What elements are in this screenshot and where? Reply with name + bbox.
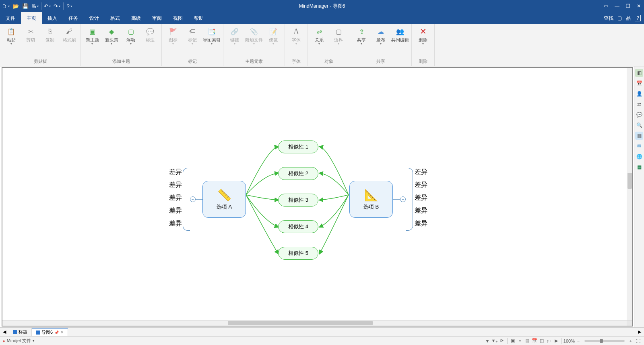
tab-view[interactable]: 视图 [167,12,188,24]
new-doc-icon[interactable]: 🗋▼ [2,2,10,10]
zoom-thumb[interactable] [600,339,603,343]
publish-button[interactable]: ☁发布▼ [372,26,390,46]
tab-insert[interactable]: 插入 [42,12,63,24]
expander-b[interactable]: − [400,196,406,202]
format-painter-button[interactable]: 🖌格式刷 [60,26,78,43]
new-decision-button[interactable]: ◆新决策▼ [103,26,120,46]
view-outline-icon[interactable]: ≡ [516,338,524,344]
cut-button[interactable]: ✂剪切 [22,26,39,43]
node-sim-4[interactable]: 相似性 4 [278,220,318,233]
filter2-icon[interactable]: ▼₊ [491,338,498,344]
pane-web-icon[interactable]: 🌐 [635,153,643,161]
node-option-a[interactable]: 📏 选项 A [202,181,246,218]
doc-tab-1[interactable]: 标题 [9,328,32,336]
diff-a-2[interactable]: 差异 [166,181,182,189]
boundary-button[interactable]: ▢边界▼ [330,26,347,46]
zoom-out-icon[interactable]: − [575,338,582,344]
note-button[interactable]: 📝便笺▼ [264,26,282,46]
tab-file[interactable]: 文件 [0,12,21,24]
pane-search-icon[interactable]: 🔍 [635,121,643,129]
view-tag-icon[interactable]: 🏷 [545,338,553,344]
sitemap-icon[interactable]: 品 [626,15,631,22]
paste-button[interactable]: 📋粘贴▼ [2,26,20,46]
copy-button[interactable]: ⎘复制 [41,26,59,43]
close-tab-icon[interactable]: ✕ [60,330,64,335]
horizontal-scrollbar[interactable] [2,320,627,326]
expander-a[interactable]: − [190,196,196,202]
v-scroll-thumb[interactable] [627,173,632,189]
fit-icon[interactable]: ⛶ [634,338,642,344]
maximize-icon[interactable]: ❐ [624,3,632,9]
search-link[interactable]: 查找 [604,15,613,22]
delete-button[interactable]: ✕删除▼ [414,26,432,46]
pane-mapparts-icon[interactable]: ◧ [635,69,643,77]
tab-design[interactable]: 设计 [84,12,105,24]
coedit-button[interactable]: 👥共同编辑 [391,26,409,43]
view-present-icon[interactable]: ▶ [553,338,560,344]
diff-b-5[interactable]: 差异 [415,219,431,228]
tab-help[interactable]: 帮助 [188,12,209,24]
view-icon-icon[interactable]: ◫ [538,338,545,344]
map-index-button[interactable]: 📑导图索引▼ [203,26,221,46]
tag-button[interactable]: 🏷标记▼ [184,26,201,46]
tab-home[interactable]: 主页 [21,12,42,24]
diff-a-4[interactable]: 差异 [166,207,182,215]
pin-icon[interactable]: 📌 [54,331,59,335]
diff-b-4[interactable]: 差异 [415,207,431,215]
tab-advanced[interactable]: 高级 [126,12,147,24]
mindmap-canvas[interactable]: 📏 选项 A − 📐 选项 B − 相似性 1 相似性 2 相似性 3 相似性 … [2,68,632,326]
view-schedule-icon[interactable]: 📅 [531,338,538,344]
node-sim-2[interactable]: 相似性 2 [278,167,318,180]
pane-format-icon[interactable]: ▦ [635,132,643,140]
tab-task[interactable]: 任务 [63,12,84,24]
pane-user-icon[interactable]: 👤 [635,90,643,98]
pane-related-icon[interactable]: ⇄ [635,100,643,108]
doc-tab-2[interactable]: 导图6📌✕ [32,328,68,336]
node-sim-3[interactable]: 相似性 3 [278,194,318,207]
attach-button[interactable]: 📎附加文件▼ [245,26,263,46]
diff-a-1[interactable]: 差异 [166,168,182,176]
diff-a-5[interactable]: 差异 [166,219,182,228]
view-map-icon[interactable]: ▣ [509,338,516,344]
filter-icon[interactable]: ▼ [484,338,491,344]
node-sim-5[interactable]: 相似性 5 [278,247,318,260]
pane-outlook-icon[interactable]: ✉ [635,142,643,150]
print-icon[interactable]: 🖶▼ [31,2,39,10]
diff-b-3[interactable]: 差异 [415,194,431,202]
redo-icon[interactable]: ↷▼ [53,2,62,10]
vertical-scrollbar[interactable] [627,68,632,320]
save-icon[interactable]: 💾 [21,2,30,10]
tab-scroll-right-icon[interactable]: ▶ [635,329,644,335]
undo-icon[interactable]: ↶▼ [43,2,52,10]
relation-button[interactable]: ⇄关系▼ [310,26,328,46]
callout-button[interactable]: 💬标注 [141,26,159,43]
tab-format[interactable]: 格式 [105,12,126,24]
diff-b-1[interactable]: 差异 [415,168,431,176]
close-icon[interactable]: ✕ [635,3,642,9]
zoom-slider[interactable] [584,340,625,342]
h-scroll-thumb[interactable] [228,321,373,325]
share-button[interactable]: ⇪共享▼ [353,26,370,46]
ribbon-toggle-icon[interactable]: ▭ [602,3,610,9]
zoom-label[interactable]: 100% [564,339,575,343]
float-button[interactable]: ▢浮动▼ [122,26,140,46]
open-icon[interactable]: 📂 [11,2,20,10]
new-topic-button[interactable]: ▣新主题▼ [83,26,101,46]
refresh-icon[interactable]: ⟳ [498,338,506,344]
node-sim-1[interactable]: 相似性 1 [278,140,318,153]
diff-b-2[interactable]: 差异 [415,181,431,189]
status-drop-icon[interactable]: ▼ [32,339,35,343]
help2-icon[interactable]: ? [635,15,641,21]
tab-review[interactable]: 审阅 [147,12,167,24]
zoom-in-icon[interactable]: + [627,338,634,344]
pane-excel-icon[interactable]: ▦ [635,163,643,171]
node-option-b[interactable]: 📐 选项 B [349,181,393,218]
help-icon[interactable]: ?▼ [65,2,74,10]
pane-calendar-icon[interactable]: 📅 [635,79,643,87]
link-button[interactable]: 🔗链接▼ [226,26,244,46]
tab-scroll-left-icon[interactable]: ◀ [0,329,9,335]
icon-marker-button[interactable]: 🚩图标▼ [164,26,182,46]
minimize-icon[interactable]: — [613,3,621,9]
view-gantt-icon[interactable]: ▤ [524,338,531,344]
font-button[interactable]: A字体▼ [287,26,305,46]
